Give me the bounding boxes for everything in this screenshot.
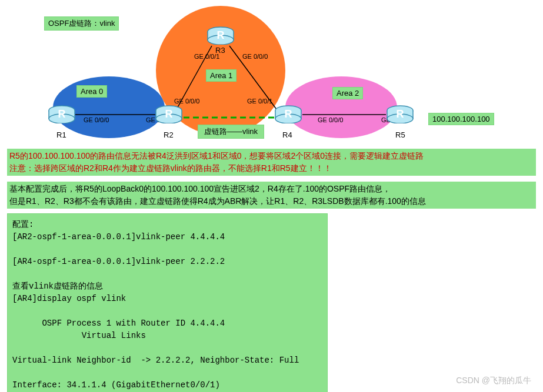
description-block: R5的100.100.100.100的路由信息无法被R4泛洪到区域1和区域0，想… xyxy=(0,144,543,209)
ip-label: 100.100.100.100 xyxy=(428,113,494,125)
area0-label: Area 0 xyxy=(76,85,107,98)
svg-text:R: R xyxy=(285,108,292,120)
area2-label: Area 2 xyxy=(332,87,363,99)
config-output: 配置: [AR2-ospf-1-area-0.0.0.1]vlink-peer … xyxy=(7,213,328,392)
r2-label: R2 xyxy=(164,130,174,139)
network-diagram: OSPF虚链路：vlink Area 0 Area 1 Area 2 虚链路——… xyxy=(0,0,543,144)
config-title: 配置: xyxy=(12,220,34,229)
router-r4-icon: R xyxy=(274,105,303,123)
r1-interface-label: GE 0/0/0 xyxy=(84,116,109,123)
svg-text:R: R xyxy=(217,29,225,41)
watermark-text: CSDN @飞翔的瓜牛 xyxy=(456,376,531,386)
info-text: 基本配置完成后，将R5的LoopBack0的100.100.100.100宣告进… xyxy=(7,182,536,209)
area1-label: Area 1 xyxy=(206,69,236,82)
r4-interface0-label: GE 0/0/0 xyxy=(318,116,343,123)
vlink-label: 虚链路——vlink xyxy=(198,125,264,139)
warning-text: R5的100.100.100.100的路由信息无法被R4泛洪到区域1和区域0，想… xyxy=(7,149,536,176)
svg-text:R: R xyxy=(165,108,173,120)
router-r5-icon: R xyxy=(385,105,415,123)
svg-text:R: R xyxy=(58,108,66,120)
r4-interface1-label: GE 0/0/1 xyxy=(247,98,272,105)
title-label: OSPF虚链路：vlink xyxy=(44,16,119,31)
r4-label: R4 xyxy=(282,130,292,139)
router-r3-icon: R xyxy=(206,26,235,45)
router-r1-icon: R xyxy=(47,105,76,123)
r1-label: R1 xyxy=(56,130,66,139)
r3-label: R3 xyxy=(215,46,225,55)
config-content: [AR2-ospf-1-area-0.0.0.1]vlink-peer 4.4.… xyxy=(12,232,309,392)
r3-interface0-label: GE 0/0/0 xyxy=(242,53,268,60)
svg-text:R: R xyxy=(397,108,404,120)
router-r2-icon: R xyxy=(154,105,184,123)
r2-interface1-label: GE 0/0/0 xyxy=(174,98,199,105)
r5-label: R5 xyxy=(395,130,405,139)
